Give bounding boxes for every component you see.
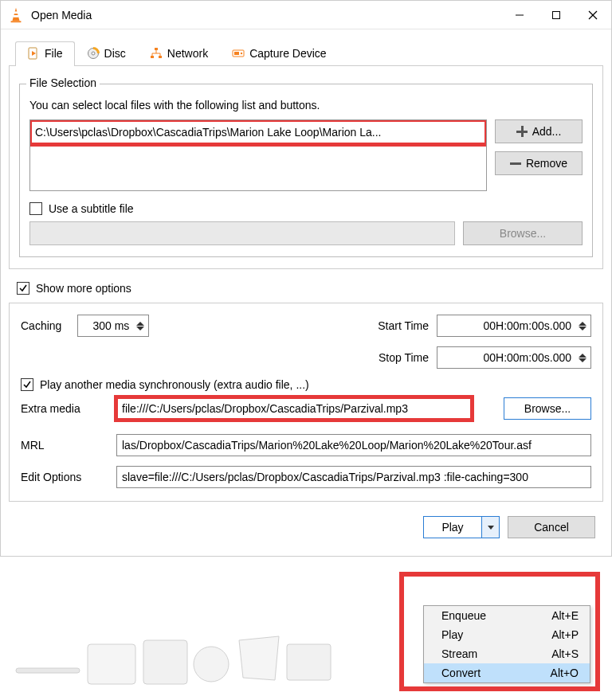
menu-item-enqueue[interactable]: Enqueue Alt+E bbox=[424, 606, 590, 625]
tab-file[interactable]: File bbox=[15, 41, 75, 66]
tab-panel-file: File Selection You can select local file… bbox=[9, 66, 603, 269]
edit-options-label: Edit Options bbox=[21, 471, 108, 483]
button-label: Play bbox=[441, 521, 463, 534]
group-legend: File Selection bbox=[26, 76, 100, 89]
play-button[interactable]: Play bbox=[423, 516, 482, 538]
caching-value: 300 ms bbox=[84, 319, 129, 332]
tab-label: Disc bbox=[104, 47, 126, 60]
mrl-input[interactable]: las/Dropbox/CascadiaTrips/Marion%20Lake%… bbox=[116, 434, 591, 456]
spinner-arrows-icon[interactable] bbox=[576, 322, 589, 330]
open-media-window: Open Media File Disc bbox=[0, 0, 612, 557]
tab-network[interactable]: Network bbox=[138, 41, 220, 66]
help-text: You can select local files with the foll… bbox=[29, 99, 583, 111]
close-button[interactable] bbox=[575, 1, 611, 29]
svg-point-17 bbox=[241, 53, 242, 54]
tab-label: Capture Device bbox=[249, 47, 327, 60]
start-time-value: 00H:00m:00s.000 bbox=[444, 319, 571, 332]
button-label: Cancel bbox=[534, 521, 569, 534]
window-title: Open Media bbox=[31, 9, 501, 22]
button-label: Add... bbox=[532, 125, 562, 138]
maximize-button[interactable] bbox=[538, 1, 575, 29]
sync-checkbox[interactable] bbox=[21, 378, 33, 391]
extra-media-browse-button[interactable]: Browse... bbox=[504, 397, 591, 420]
bottom-bar: Play Cancel bbox=[9, 510, 603, 548]
menu-accel: Alt+S bbox=[551, 647, 579, 660]
svg-rect-18 bbox=[16, 668, 80, 673]
edit-options-value: slave=file:///C:/Users/pclas/Dropbox/Cas… bbox=[122, 471, 528, 483]
button-label: Browse... bbox=[524, 402, 571, 415]
extra-media-label: Extra media bbox=[21, 402, 108, 415]
mrl-label: MRL bbox=[21, 439, 108, 452]
menu-label: Play bbox=[441, 628, 463, 641]
menu-item-convert[interactable]: Convert Alt+O bbox=[424, 663, 590, 682]
menu-label: Convert bbox=[441, 667, 481, 679]
start-time-label: Start Time bbox=[378, 319, 429, 332]
chevron-down-icon bbox=[488, 526, 494, 530]
spinner-arrows-icon[interactable] bbox=[576, 354, 589, 362]
menu-accel: Alt+O bbox=[551, 667, 579, 679]
file-list-item[interactable]: C:\Users\pclas\Dropbox\CascadiaTrips\Mar… bbox=[30, 120, 486, 144]
add-button[interactable]: Add... bbox=[495, 119, 583, 143]
menu-item-stream[interactable]: Stream Alt+S bbox=[424, 644, 590, 663]
background-decoration bbox=[8, 620, 351, 692]
mrl-value: las/Dropbox/CascadiaTrips/Marion%20Lake%… bbox=[122, 439, 532, 452]
play-dropdown-menu: Enqueue Alt+E Play Alt+P Stream Alt+S Co… bbox=[423, 605, 590, 683]
extra-media-input[interactable]: file:///C:/Users/pclas/Dropbox/CascadiaT… bbox=[116, 397, 472, 420]
plus-icon bbox=[516, 126, 528, 137]
network-icon bbox=[150, 47, 163, 60]
stop-time-value: 00H:00m:00s.000 bbox=[444, 351, 571, 364]
menu-accel: Alt+E bbox=[551, 609, 579, 622]
menu-label: Stream bbox=[441, 647, 477, 660]
start-time-spinner[interactable]: 00H:00m:00s.000 bbox=[437, 315, 591, 337]
tab-label: File bbox=[45, 47, 63, 60]
svg-rect-23 bbox=[287, 644, 331, 680]
caching-label: Caching bbox=[21, 319, 61, 332]
svg-rect-1 bbox=[14, 11, 18, 14]
tab-capture[interactable]: Capture Device bbox=[220, 41, 339, 66]
stop-time-label: Stop Time bbox=[379, 351, 429, 364]
extra-media-value: file:///C:/Users/pclas/Dropbox/CascadiaT… bbox=[122, 402, 408, 415]
capture-device-icon bbox=[232, 47, 245, 60]
button-label: Browse... bbox=[500, 227, 546, 240]
show-more-label: Show more options bbox=[36, 282, 131, 295]
spinner-arrows-icon[interactable] bbox=[134, 322, 147, 330]
show-more-checkbox[interactable] bbox=[17, 282, 29, 295]
svg-rect-5 bbox=[553, 11, 560, 18]
caching-spinner[interactable]: 300 ms bbox=[77, 315, 149, 337]
menu-item-play[interactable]: Play Alt+P bbox=[424, 625, 590, 644]
file-path-text: C:\Users\pclas\Dropbox\CascadiaTrips\Mar… bbox=[35, 126, 381, 139]
file-list[interactable]: C:\Users\pclas\Dropbox\CascadiaTrips\Mar… bbox=[29, 119, 487, 191]
cancel-button[interactable]: Cancel bbox=[508, 516, 595, 538]
edit-options-input[interactable]: slave=file:///C:/Users/pclas/Dropbox/Cas… bbox=[116, 466, 591, 488]
stop-time-spinner[interactable]: 00H:00m:00s.000 bbox=[437, 346, 591, 369]
subtitle-path-input bbox=[29, 221, 455, 245]
subtitle-checkbox[interactable] bbox=[29, 202, 42, 215]
file-play-icon bbox=[27, 47, 40, 60]
sync-label: Play another media synchronously (extra … bbox=[40, 378, 309, 391]
svg-rect-2 bbox=[14, 15, 18, 18]
svg-rect-19 bbox=[88, 644, 135, 684]
play-split-button[interactable]: Play bbox=[423, 516, 500, 538]
svg-rect-14 bbox=[159, 56, 162, 58]
svg-rect-20 bbox=[143, 640, 187, 684]
tabs: File Disc Network Capture Device bbox=[9, 36, 603, 66]
file-selection-group: File Selection You can select local file… bbox=[19, 84, 593, 257]
tab-disc[interactable]: Disc bbox=[75, 41, 138, 66]
svg-marker-22 bbox=[239, 636, 279, 680]
menu-accel: Alt+P bbox=[551, 628, 579, 641]
play-dropdown-toggle[interactable] bbox=[482, 516, 500, 538]
tab-label: Network bbox=[167, 47, 208, 60]
subtitle-browse-button: Browse... bbox=[463, 221, 583, 245]
svg-point-11 bbox=[92, 52, 95, 55]
minimize-button[interactable] bbox=[501, 1, 538, 29]
svg-marker-0 bbox=[12, 7, 19, 21]
button-label: Remove bbox=[526, 157, 567, 170]
remove-button[interactable]: Remove bbox=[495, 151, 583, 175]
svg-rect-12 bbox=[155, 48, 158, 50]
disc-icon bbox=[87, 47, 100, 60]
more-options-panel: Caching 300 ms Start Time 00H:00m:00s.00… bbox=[9, 303, 603, 502]
vlc-cone-icon bbox=[7, 6, 25, 24]
svg-rect-13 bbox=[151, 56, 154, 58]
svg-point-21 bbox=[194, 647, 229, 682]
minus-icon bbox=[510, 162, 521, 165]
